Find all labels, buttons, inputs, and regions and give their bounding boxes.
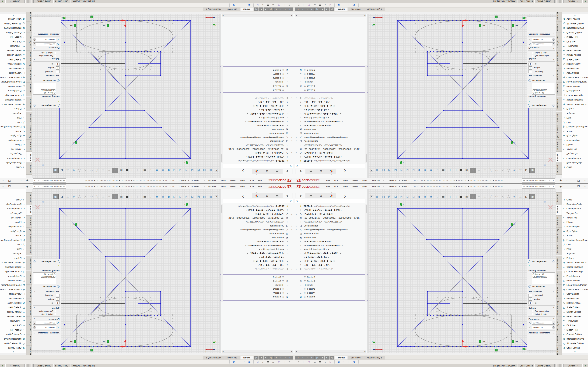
- sketch-tool[interactable]: ◫ Mirror Entities: [0, 278, 26, 283]
- toolbar-icon[interactable]: ◲: [410, 167, 416, 173]
- toolbar-icon[interactable]: ▨: [464, 167, 470, 173]
- checkbox[interactable]: [532, 55, 534, 57]
- relation-button-icon[interactable]: ↧: [528, 63, 532, 66]
- relation-button-icon[interactable]: │: [528, 297, 532, 300]
- tree-row[interactable]: ◔ ○25♟◉25ИΝЗЄ25○∘○25ЗЄΝИ52◉♟52○: [294, 143, 365, 147]
- help-icon[interactable]: ?: [564, 184, 570, 188]
- menu-item[interactable]: Tools: [360, 179, 370, 183]
- sketch-row[interactable]: ∟ Sketch3: [223, 283, 294, 287]
- relation-item[interactable]: Equal length109: [533, 275, 554, 278]
- toolbar-icon[interactable]: ◠: [494, 194, 500, 200]
- search-dropdown-icon[interactable]: ▼: [33, 185, 36, 188]
- tree-row[interactable]: ▥ ○25✚ЗЄ25○ИΝ◉∘✚ЭСЗЄ∪ЗЄ25○∘○25ЗЄ∪ЗЄСЭ✚∘◉…: [294, 216, 365, 220]
- sketch-tool[interactable]: ƒx Equation Driven Curve: [562, 125, 588, 129]
- document-tab[interactable]: Motion Study 1: [203, 8, 224, 11]
- toolbar-icon[interactable]: ◈: [160, 167, 166, 173]
- bottom-toolbar-icon[interactable]: ▤: [266, 4, 271, 7]
- collinear-relation-badge[interactable]: ╱3: [511, 141, 515, 144]
- tree-row[interactable]: ◔ ○25♟◉25ИΝЗЄ25○∘○25ЗЄΝИ52◉♟52○: [294, 220, 365, 224]
- document-tab[interactable]: 3D Views: [348, 356, 364, 359]
- tree-filter-box[interactable]: ∇: [295, 164, 365, 168]
- menu-item[interactable]: Insert: [228, 184, 238, 188]
- sketch-tool[interactable]: ∿ Spline: [562, 129, 588, 134]
- toolbar-icon[interactable]: ◉: [53, 194, 59, 200]
- option-row[interactable]: Infinite length: [32, 51, 61, 54]
- sketch-tool[interactable]: ✂ Trim Entities: [562, 44, 588, 48]
- command-tab[interactable]: Weldments: [26, 82, 32, 96]
- tree-row[interactable]: ≡ Material < not specified >: [223, 116, 294, 119]
- sketch-tool[interactable]: ↻ Rotate Entities: [0, 301, 26, 305]
- collinear-relation-badge[interactable]: ╱3: [523, 17, 526, 19]
- tree-row[interactable]: ☆ ○25ЗЄ✚∘♟◉ΛΑΦ○∘○ΦΑΛ◉♟∘✚ЄЗ52○: [294, 208, 365, 212]
- toolbar-icon[interactable]: ∿: [70, 167, 77, 173]
- tree-filter-box[interactable]: ∇: [223, 164, 293, 168]
- bottom-toolbar-icon[interactable]: ◉: [247, 360, 252, 364]
- units-selector[interactable]: Custom▴: [563, 0, 583, 3]
- tree-row[interactable]: Σ ○25ИΝ◉∘✚Α∪ªЗЄ○∘○ЗЄª∪Α✚∘◉ΝИ52○: [294, 120, 365, 124]
- toolbar-icon[interactable]: ⊥: [100, 167, 106, 173]
- toolbar-icon[interactable]: ▣: [458, 167, 464, 173]
- sketch-tool[interactable]: ∾ Style Spline: [562, 229, 588, 234]
- sketch-tool[interactable]: ◱ Scale Entities: [0, 57, 26, 62]
- sketch-row[interactable]: ⊞ (-) Sketch2: [223, 84, 294, 88]
- sketch-tool[interactable]: ▱ Parallelogram: [562, 274, 588, 278]
- tree-root-row[interactable]: ❖ TЯPDL2. ◎ЗЄ◎Ш◎◎◎✚◎ЭС◎ЗЄ◎•◎25◎♟◎ЗЄ: [223, 204, 294, 208]
- vcr-button[interactable]: ▶: [305, 356, 310, 359]
- sketch-tool[interactable]: ƒx Equation Driven Curve: [0, 125, 26, 129]
- sketch-row[interactable]: ∟ (-) Sketch4: [223, 291, 294, 295]
- bottom-toolbar-icon[interactable]: ◉: [336, 4, 341, 7]
- toolbar-icon[interactable]: ◩: [196, 167, 201, 173]
- option-row[interactable]: For construction: [32, 54, 61, 58]
- sketch-row[interactable]: ∟ (-) Sketch1: [294, 275, 365, 279]
- sketch-tool[interactable]: ⊛ Circular Sketch Pattern: [562, 75, 588, 80]
- sketch-tool[interactable]: ✂ Trim Entities: [0, 319, 26, 323]
- sketch-tool[interactable]: ↶ Centerpoint Arc: [0, 206, 26, 211]
- tree-row[interactable]: ▥ ○25✚ЗЄ25○ИΝ◉∘✚ЭСЗЄ∪ЗЄ25○∘○25ЗЄ∪ЗЄСЭ✚∘◉…: [223, 147, 294, 151]
- sketch-tool[interactable]: ▱ Parallelogram: [0, 274, 26, 278]
- relation-button-icon[interactable]: ─: [528, 294, 532, 297]
- sketch-tool[interactable]: ▯ Corner Rectangle: [0, 93, 26, 98]
- tree-row[interactable]: ⌖ ○ИΝ∘ʒ∘♟◉○∘○◉♟∘ʒ∘ΝИ○: [223, 100, 294, 104]
- command-tab[interactable]: Mesh Modeling: [26, 50, 32, 68]
- document-tab[interactable]: Model: [335, 8, 348, 11]
- tree-row[interactable]: ▱ ○✚Ƨʒ∘♟○✱◉[○∘○]◉✱○♟∘ʒƧ✚○: [294, 104, 365, 108]
- confirm-cancel-icon[interactable]: ✕: [34, 203, 41, 212]
- bottom-toolbar-icon[interactable]: ◉: [336, 360, 341, 364]
- sketch-tool[interactable]: ◗ Partial Ellipse: [0, 138, 26, 143]
- sketch-tool[interactable]: ▱ Parallelogram: [0, 89, 26, 93]
- menu-item[interactable]: View: [238, 179, 248, 183]
- toolbar-icon[interactable]: ◳: [130, 194, 136, 200]
- command-tab[interactable]: Data Migration: [556, 317, 562, 334]
- toolbar-icon[interactable]: ▨: [118, 194, 124, 200]
- sketch-tool[interactable]: ▪ Point: [562, 116, 588, 120]
- vcr-button[interactable]: ▶|: [329, 356, 334, 359]
- restore-button[interactable]: ❐: [6, 179, 13, 183]
- tree-row[interactable]: ⌖ ○ИΝ∘ʒ∘♟◉○∘○◉♟∘ʒ∘ΝИ○: [294, 100, 365, 104]
- toolbar-icon[interactable]: ✕: [500, 167, 506, 173]
- sketch-tool[interactable]: ❏ Copy Entities: [0, 71, 26, 75]
- toolbar-icon[interactable]: A: [77, 194, 82, 200]
- sketch-tool[interactable]: ↗ Move Entities: [562, 296, 588, 301]
- bottom-toolbar-icon[interactable]: ❏: [302, 4, 307, 7]
- sketch-tool[interactable]: ∷ Segment: [0, 251, 26, 256]
- dimxpertmanager-tab[interactable]: [252, 169, 262, 174]
- toolbar-icon[interactable]: ◩: [387, 167, 392, 173]
- sketch-row[interactable]: ∟ (-) Sketch1: [223, 88, 294, 92]
- vcr-button[interactable]: |◀: [295, 356, 300, 359]
- menu-item[interactable]: Tools: [218, 179, 228, 183]
- toolbar-icon[interactable]: ◬: [518, 167, 523, 173]
- command-tab[interactable]: Surfaces: [26, 215, 32, 227]
- tree-row[interactable]: ▱ ○·◉✚○✱◉[○∘○]◉✱○✚◉·○: [223, 108, 294, 112]
- sketch-tool[interactable]: ○ Ellipse: [0, 143, 26, 147]
- tree-row[interactable]: ▣ Solid Bodies: [223, 236, 294, 239]
- toolbar-icon[interactable]: ⊾: [523, 167, 529, 173]
- toolbar-icon[interactable]: ⎗: [369, 167, 375, 173]
- tree-row[interactable]: ▱ ○·◉✚○✱◉[○∘○]◉✱○✚◉·○: [294, 255, 365, 259]
- toolbar-icon[interactable]: ⊥: [482, 194, 488, 200]
- toolbar-icon[interactable]: ╱: [488, 194, 494, 200]
- bottom-toolbar-icon[interactable]: ✑: [286, 4, 292, 7]
- sketch-tool[interactable]: ⊞ Linear Sketch Pattern: [562, 283, 588, 287]
- minimize-button[interactable]: –: [570, 179, 575, 183]
- sketch-tool[interactable]: ⊞ Linear Sketch Pattern: [0, 80, 26, 84]
- relation-item[interactable]: Collinear108: [533, 273, 554, 275]
